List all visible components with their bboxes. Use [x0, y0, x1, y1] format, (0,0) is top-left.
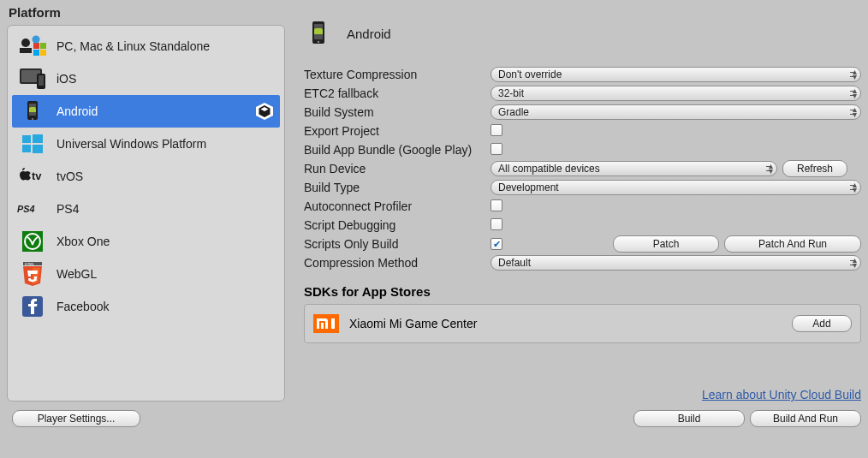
svg-rect-19 — [22, 145, 31, 152]
build-app-bundle-checkbox[interactable] — [490, 143, 502, 155]
setting-label: Scripts Only Build — [304, 237, 490, 251]
svg-rect-5 — [40, 50, 46, 56]
svg-rect-10 — [39, 75, 44, 86]
svg-text:HTML: HTML — [25, 262, 35, 266]
svg-rect-33 — [331, 318, 335, 329]
platform-item-tvos[interactable]: tv tvOS — [12, 160, 280, 193]
autoconnect-profiler-checkbox[interactable] — [490, 199, 502, 211]
setting-label: Autoconnect Profiler — [304, 199, 490, 213]
unity-icon — [254, 101, 275, 122]
texture-compression-dropdown[interactable]: Don't override▴▾ — [490, 67, 861, 82]
setting-label: Build System — [304, 105, 490, 119]
etc2-fallback-dropdown[interactable]: 32-bit▴▾ — [490, 86, 861, 101]
setting-label: ETC2 fallback — [304, 86, 490, 100]
svg-rect-32 — [321, 323, 324, 329]
platform-header-title: Android — [347, 27, 391, 41]
svg-point-0 — [21, 39, 30, 47]
platform-item-label: iOS — [56, 72, 76, 86]
patch-button[interactable]: Patch — [613, 235, 719, 253]
platform-section-label: Platform — [7, 3, 285, 25]
android-header-icon — [304, 21, 333, 46]
svg-rect-17 — [22, 135, 31, 143]
platform-item-webgl[interactable]: HTML WebGL — [12, 258, 280, 290]
setting-label: Build App Bundle (Google Play) — [304, 143, 490, 157]
svg-rect-3 — [40, 43, 46, 49]
platform-item-label: PS4 — [56, 202, 79, 216]
svg-rect-18 — [33, 134, 43, 143]
svg-point-30 — [318, 41, 319, 43]
compression-method-dropdown[interactable]: Default▴▾ — [490, 255, 861, 271]
platform-item-label: Facebook — [56, 300, 109, 313]
webgl-icon: HTML — [17, 262, 48, 286]
svg-rect-1 — [20, 48, 32, 53]
xbox-icon — [17, 229, 48, 253]
patch-and-run-button[interactable]: Patch And Run — [724, 235, 861, 253]
ios-icon — [17, 67, 48, 91]
platform-item-label: Android — [56, 104, 98, 118]
build-and-run-button[interactable]: Build And Run — [750, 410, 861, 427]
platform-item-facebook[interactable]: Facebook — [12, 290, 280, 323]
bottom-bar: Player Settings... Build Build And Run — [7, 410, 861, 427]
player-settings-button[interactable]: Player Settings... — [12, 410, 140, 427]
setting-label: Script Debugging — [304, 218, 490, 232]
svg-rect-4 — [33, 50, 39, 56]
setting-label: Compression Method — [304, 256, 490, 270]
ps4-icon: PS4 — [17, 197, 48, 221]
svg-text:tv: tv — [32, 170, 42, 182]
run-device-dropdown[interactable]: All compatible devices▴▾ — [490, 161, 777, 176]
sdk-section-title: SDKs for App Stores — [304, 284, 861, 299]
build-type-dropdown[interactable]: Development▴▾ — [490, 180, 861, 195]
platform-item-label: WebGL — [56, 267, 97, 281]
sdk-row: Xiaomi Mi Game Center Add — [304, 304, 861, 343]
setting-label: Build Type — [304, 181, 490, 194]
platform-item-standalone[interactable]: PC, Mac & Linux Standalone — [12, 30, 280, 62]
tvos-icon: tv — [17, 164, 48, 188]
platform-item-label: tvOS — [56, 170, 83, 183]
platform-item-label: PC, Mac & Linux Standalone — [56, 39, 210, 53]
setting-label: Export Project — [304, 124, 490, 138]
xiaomi-icon — [313, 314, 339, 333]
setting-label: Run Device — [304, 162, 490, 175]
svg-rect-2 — [33, 43, 39, 49]
platform-item-label: Universal Windows Platform — [56, 137, 206, 151]
platform-item-uwp[interactable]: Universal Windows Platform — [12, 128, 280, 160]
windows-icon — [17, 132, 48, 156]
scripts-only-build-checkbox[interactable]: ✔ — [490, 238, 502, 250]
platform-item-xboxone[interactable]: Xbox One — [12, 225, 280, 258]
build-button[interactable]: Build — [633, 410, 745, 427]
setting-label: Texture Compression — [304, 68, 490, 81]
platform-header: Android — [304, 17, 861, 50]
facebook-icon — [17, 294, 48, 318]
cloud-build-link[interactable]: Learn about Unity Cloud Build — [304, 388, 861, 401]
svg-point-6 — [33, 36, 40, 44]
standalone-icon — [17, 34, 48, 58]
platform-item-android[interactable]: Android — [12, 95, 280, 128]
add-sdk-button[interactable]: Add — [792, 315, 852, 332]
platform-item-ios[interactable]: iOS — [12, 62, 280, 95]
platform-list: PC, Mac & Linux Standalone iOS — [7, 25, 285, 401]
refresh-button[interactable]: Refresh — [782, 160, 847, 177]
svg-point-13 — [32, 118, 33, 120]
platform-item-label: Xbox One — [56, 235, 110, 248]
svg-text:PS4: PS4 — [17, 204, 34, 214]
script-debugging-checkbox[interactable] — [490, 218, 502, 230]
android-icon — [17, 99, 48, 123]
build-system-dropdown[interactable]: Gradle▴▾ — [490, 104, 861, 120]
svg-rect-20 — [33, 145, 43, 153]
export-project-checkbox[interactable] — [490, 124, 502, 136]
sdk-name: Xiaomi Mi Game Center — [349, 317, 477, 330]
platform-item-ps4[interactable]: PS4 PS4 — [12, 193, 280, 225]
